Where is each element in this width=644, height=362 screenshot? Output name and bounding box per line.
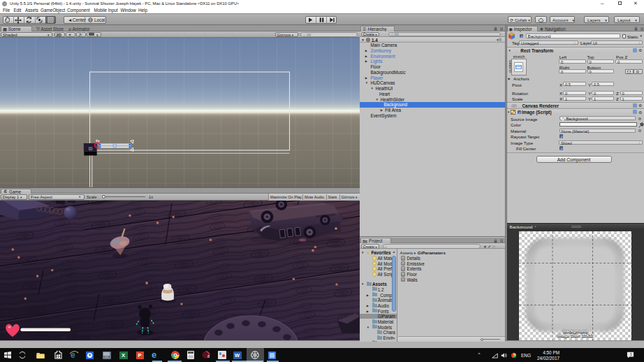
svg-text:8: 8 [207, 354, 210, 359]
svg-text:3: 3 [630, 353, 632, 356]
